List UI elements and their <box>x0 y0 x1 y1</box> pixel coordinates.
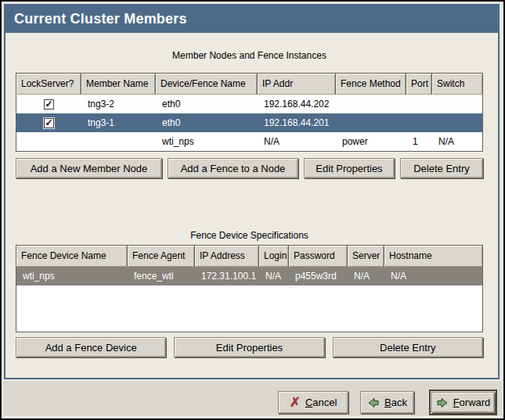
button-label: Back <box>384 397 407 408</box>
fence-devices-table: Fence Device Name Fence Agent IP Address… <box>16 245 483 332</box>
cell-port <box>406 113 432 132</box>
cell-hostname: N/A <box>384 267 482 285</box>
button-label: Add a New Member Node <box>31 163 148 174</box>
button-label: Add a Fence Device <box>45 342 137 354</box>
table-row-selected[interactable]: ✓ tng3-1 eth0 192.168.44.201 <box>16 113 482 132</box>
add-member-node-button[interactable]: Add a New Member Node <box>16 158 162 178</box>
button-label: Forward <box>453 397 491 408</box>
cell-ip-addr: 192.168.44.201 <box>258 113 336 132</box>
table-row[interactable]: wti_nps N/A power 1 N/A <box>16 132 482 151</box>
forward-button[interactable]: Forward <box>431 392 495 413</box>
window-frame: Current Cluster Members Member Nodes and… <box>2 2 503 418</box>
cell-fence-device-name: wti_nps <box>16 267 128 285</box>
empty-table-area <box>16 285 482 332</box>
cell-fence-method <box>336 113 406 132</box>
cell-member-name <box>81 132 156 151</box>
cell-password: p455w3rd <box>289 267 348 285</box>
button-label: Edit Properties <box>216 342 283 354</box>
fence-table-title: Fence Device Specifications <box>16 230 483 241</box>
cell-fence-method <box>336 95 406 113</box>
cell-switch: N/A <box>432 132 482 151</box>
dialog-window: Current Cluster Members Member Nodes and… <box>0 0 505 420</box>
column-header-fence-device-name[interactable]: Fence Device Name <box>16 246 128 267</box>
dialog-body: Member Nodes and Fence Instances LockSer… <box>5 33 498 376</box>
check-icon: ✓ <box>45 118 52 127</box>
cell-switch <box>432 95 482 113</box>
back-button[interactable]: Back <box>360 391 414 414</box>
arrow-left-icon <box>367 397 380 409</box>
edit-properties-button[interactable]: Edit Properties <box>304 158 395 178</box>
cell-fence-method: power <box>336 132 406 151</box>
cell-server: N/A <box>348 267 384 285</box>
column-header-hostname[interactable]: Hostname <box>384 246 482 267</box>
members-table-header: LockServer? Member Name Device/Fence Nam… <box>16 74 482 95</box>
column-header-ip-address[interactable]: IP Address <box>195 246 259 267</box>
column-header-ip-addr[interactable]: IP Addr <box>258 74 336 95</box>
content-panel: Current Cluster Members Member Nodes and… <box>4 4 500 379</box>
page-title: Current Cluster Members <box>14 11 187 27</box>
table-row-selected[interactable]: wti_nps fence_wti 172.31.100.1 N/A p455w… <box>16 267 482 285</box>
delete-entry-button[interactable]: Delete Entry <box>333 337 483 357</box>
column-header-fence-method[interactable]: Fence Method <box>336 74 406 95</box>
cell-device-fence: eth0 <box>156 95 258 113</box>
cell-member-name: tng3-1 <box>81 113 156 132</box>
column-header-password[interactable]: Password <box>289 246 348 267</box>
column-header-server[interactable]: Server <box>348 246 384 267</box>
button-label: Edit Properties <box>316 163 382 174</box>
default-button-ring: Forward <box>429 389 497 415</box>
delete-entry-button[interactable]: Delete Entry <box>400 158 483 178</box>
cell-port: 1 <box>406 132 432 151</box>
column-header-port[interactable]: Port <box>406 74 432 95</box>
cell-device-fence: eth0 <box>156 113 258 132</box>
fence-table-header: Fence Device Name Fence Agent IP Address… <box>16 246 482 267</box>
button-label: Delete Entry <box>380 342 436 354</box>
cell-login: N/A <box>259 267 289 285</box>
members-table: LockServer? Member Name Device/Fence Nam… <box>16 73 483 152</box>
add-fence-to-node-button[interactable]: Add a Fence to a Node <box>168 158 298 178</box>
cell-device-fence: wti_nps <box>156 132 258 151</box>
cell-ip-addr: 192.168.44.202 <box>258 95 336 113</box>
table-row[interactable]: ✓ tng3-2 eth0 192.168.44.202 <box>16 95 482 113</box>
cell-ip-addr: N/A <box>258 132 336 151</box>
check-icon: ✓ <box>45 99 52 109</box>
column-header-fence-agent[interactable]: Fence Agent <box>128 246 195 267</box>
fence-button-row: Add a Fence Device Edit Properties Delet… <box>16 337 483 357</box>
add-fence-device-button[interactable]: Add a Fence Device <box>16 337 166 357</box>
members-button-row: Add a New Member Node Add a Fence to a N… <box>16 158 483 178</box>
column-header-login[interactable]: Login <box>259 246 289 267</box>
cell-member-name: tng3-2 <box>81 95 156 113</box>
column-header-switch[interactable]: Switch <box>432 74 482 95</box>
edit-properties-button[interactable]: Edit Properties <box>174 337 324 357</box>
footer-action-area: ✗ Cancel Back Forward <box>3 381 502 417</box>
dialog-titlebar: Current Cluster Members <box>5 5 498 33</box>
lockserver-checkbox[interactable]: ✓ <box>44 118 54 128</box>
arrow-right-icon <box>436 397 449 409</box>
lockserver-checkbox[interactable]: ✓ <box>44 99 54 109</box>
cancel-button[interactable]: ✗ Cancel <box>278 391 348 414</box>
cell-port <box>406 95 432 113</box>
column-header-device-fence[interactable]: Device/Fence Name <box>156 74 258 95</box>
cell-switch <box>432 113 482 132</box>
cell-fence-agent: fence_wti <box>128 267 195 285</box>
column-header-member-name[interactable]: Member Name <box>81 74 156 95</box>
button-label: Add a Fence to a Node <box>181 163 286 174</box>
button-label: Delete Entry <box>413 163 470 174</box>
button-label: Cancel <box>305 397 337 408</box>
cancel-x-icon: ✗ <box>290 396 301 409</box>
cell-ip-address: 172.31.100.1 <box>195 267 259 285</box>
column-header-lockserver[interactable]: LockServer? <box>16 74 81 95</box>
members-table-title: Member Nodes and Fence Instances <box>16 50 483 61</box>
